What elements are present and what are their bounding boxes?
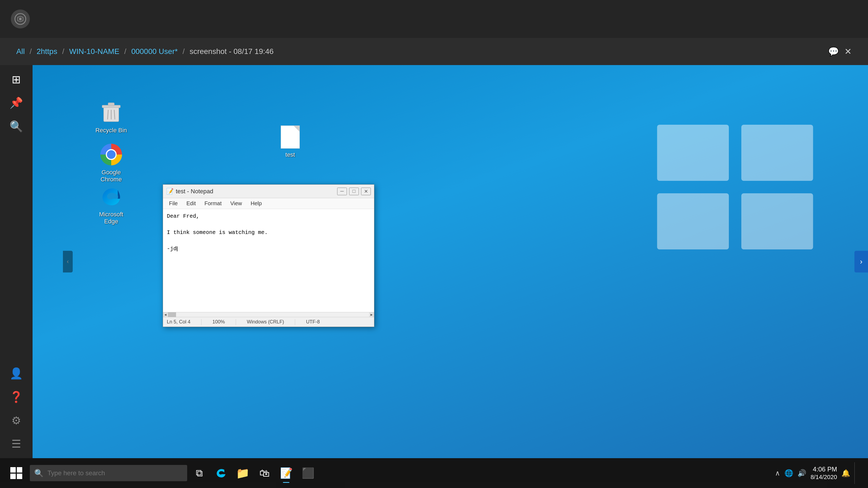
viewer-topbar xyxy=(0,0,868,38)
notepad-statusbar: Ln 5, Col 4 100% Windows (CRLF) UTF-8 xyxy=(163,317,374,327)
tray-clock[interactable]: 4:06 PM 8/14/2020 xyxy=(810,465,837,481)
task-view-icon: ⧉ xyxy=(196,467,203,479)
sidebar-icon-search[interactable]: 🔍 xyxy=(9,120,23,133)
taskbar-file-explorer-button[interactable]: 📁 xyxy=(233,462,252,484)
breadcrumb-user[interactable]: WIN-10-NAME xyxy=(69,47,119,56)
notepad-menu-edit[interactable]: Edit xyxy=(183,199,199,208)
notepad-close-button[interactable]: ✕ xyxy=(361,188,371,195)
desktop-icon-microsoft-edge[interactable]: Microsoft Edge xyxy=(92,184,130,225)
sidebar-icon-grid[interactable]: ⊞ xyxy=(12,73,21,86)
breadcrumb-sep-2: / xyxy=(62,47,64,56)
notepad-line-ending: Windows (CRLF) xyxy=(247,319,284,325)
desktop-icon-recycle-bin[interactable]: Recycle Bin xyxy=(92,100,130,134)
notepad-scrollbar-h[interactable]: ◀ ▶ xyxy=(163,312,374,317)
breadcrumb-sep-3: / xyxy=(124,47,126,56)
breadcrumb-all[interactable]: All xyxy=(16,47,25,56)
taskbar-task-view[interactable]: ⧉ xyxy=(190,462,209,484)
sidebar-icon-help[interactable]: ❓ xyxy=(9,391,23,403)
taskbar-console-icon: ⬛ xyxy=(302,467,314,479)
desktop-icon-test-file[interactable]: test xyxy=(271,125,309,158)
notepad-menu-format[interactable]: Format xyxy=(201,199,225,208)
tray-volume-icon[interactable]: 🔊 xyxy=(798,469,806,478)
text-cursor xyxy=(177,247,177,251)
tray-time: 4:06 PM xyxy=(810,465,837,474)
notepad-encoding: UTF-8 xyxy=(306,319,320,325)
breadcrumb-machine[interactable]: 2https xyxy=(37,47,57,56)
taskbar-notepad-icon: 📝 xyxy=(280,467,293,479)
notepad-minimize-button[interactable]: ─ xyxy=(337,188,347,195)
windows-start-icon xyxy=(10,467,22,479)
breadcrumb-actions: 💬 ✕ xyxy=(828,46,852,57)
taskbar-store-icon: 🛍 xyxy=(259,467,270,479)
edge-label: Microsoft Edge xyxy=(92,211,130,225)
taskbar-console-button[interactable]: ⬛ xyxy=(299,462,317,484)
taskbar-store-button[interactable]: 🛍 xyxy=(255,462,274,484)
notepad-menu-view[interactable]: View xyxy=(226,199,246,208)
recycle-bin-icon xyxy=(99,100,123,125)
notepad-menubar: File Edit Format View Help xyxy=(163,198,374,209)
svg-rect-3 xyxy=(741,125,813,181)
scrollbar-thumb[interactable] xyxy=(168,312,176,317)
scroll-left-arrow[interactable]: ◀ xyxy=(163,312,168,317)
sidebar: ⊞ 📌 🔍 👤 ❓ ⚙ ☰ xyxy=(0,65,33,458)
sidebar-icon-list[interactable]: ☰ xyxy=(11,437,21,450)
close-button[interactable]: ✕ xyxy=(844,46,852,57)
svg-rect-4 xyxy=(657,193,729,250)
desktop-area: ‹ › Recycle Bin xyxy=(33,65,868,458)
status-sep-3 xyxy=(295,319,295,325)
notepad-title: test - Notepad xyxy=(176,188,335,195)
notepad-menu-help[interactable]: Help xyxy=(247,199,266,208)
tray-network-icon[interactable]: 🌐 xyxy=(784,469,793,478)
breadcrumb-screenshot: screenshot - 08/17 19:46 xyxy=(190,47,274,56)
expand-handle[interactable]: › xyxy=(855,251,868,272)
breadcrumb-sep-1: / xyxy=(30,47,32,56)
sidebar-icon-pin[interactable]: 📌 xyxy=(9,97,23,109)
taskbar-notepad-button[interactable]: 📝 xyxy=(277,462,296,484)
notepad-content[interactable]: Dear Fred, I think someone is watching m… xyxy=(163,209,374,312)
tray-notification-icon[interactable]: 🔔 xyxy=(841,469,850,478)
sidebar-icon-user[interactable]: 👤 xyxy=(9,367,23,380)
collapse-handle[interactable]: ‹ xyxy=(63,251,73,272)
comment-button[interactable]: 💬 xyxy=(828,46,839,57)
desktop-icon-google-chrome[interactable]: Google Chrome xyxy=(92,142,130,183)
notepad-line-5: -jd xyxy=(167,245,370,253)
notepad-line-4 xyxy=(167,237,370,245)
notepad-maximize-button[interactable]: □ xyxy=(349,188,359,195)
start-button[interactable] xyxy=(5,462,27,484)
notepad-menu-file[interactable]: File xyxy=(165,199,182,208)
svg-rect-2 xyxy=(657,125,729,181)
taskbar: 🔍 ⧉ 📁 🛍 📝 ⬛ xyxy=(0,458,868,488)
system-tray: ∧ 🌐 🔊 4:06 PM 8/14/2020 🔔 xyxy=(771,458,863,488)
breadcrumb-session[interactable]: 000000 User* xyxy=(131,47,178,56)
test-file-icon xyxy=(278,125,303,149)
taskbar-edge-button[interactable] xyxy=(212,462,230,484)
breadcrumb-bar: All / 2https / WIN-10-NAME / 000000 User… xyxy=(0,38,868,65)
svg-rect-8 xyxy=(108,103,114,106)
notepad-line-1: Dear Fred, xyxy=(167,212,370,220)
viewer-shell: All / 2https / WIN-10-NAME / 000000 User… xyxy=(0,0,868,488)
scroll-right-arrow[interactable]: ▶ xyxy=(369,312,374,317)
taskbar-folder-icon: 📁 xyxy=(236,467,250,480)
tray-date: 8/14/2020 xyxy=(810,474,837,481)
notepad-line-3: I think someone is watching me. xyxy=(167,229,370,237)
taskbar-search-input[interactable] xyxy=(48,469,183,477)
notepad-cursor-position: Ln 5, Col 4 xyxy=(167,319,190,325)
scrollbar-track[interactable] xyxy=(168,312,369,317)
viewer-logo xyxy=(11,9,30,29)
status-sep-1 xyxy=(201,319,202,325)
show-desktop-button[interactable] xyxy=(855,462,859,484)
svg-point-1 xyxy=(19,18,22,20)
taskbar-search-icon: 🔍 xyxy=(34,469,44,478)
edge-icon xyxy=(99,184,123,209)
svg-rect-5 xyxy=(741,193,813,250)
tray-chevron-icon[interactable]: ∧ xyxy=(775,469,780,478)
viewer-main: ⊞ 📌 🔍 👤 ❓ ⚙ ☰ ‹ › xyxy=(0,65,868,458)
chrome-label: Google Chrome xyxy=(92,169,130,183)
test-file-label: test xyxy=(285,151,295,158)
windows-logo-watermark xyxy=(656,125,814,250)
notepad-titlebar: 📝 test - Notepad ─ □ ✕ xyxy=(163,185,374,198)
taskbar-search-box[interactable]: 🔍 xyxy=(30,465,187,481)
sidebar-icon-settings[interactable]: ⚙ xyxy=(11,414,21,427)
notepad-line-2 xyxy=(167,220,370,229)
notepad-zoom: 100% xyxy=(212,319,225,325)
